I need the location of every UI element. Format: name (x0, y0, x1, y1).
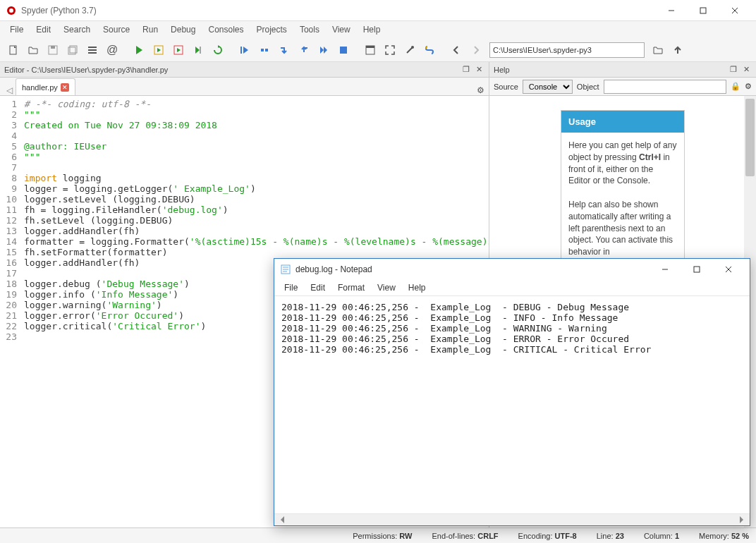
notepad-menu-edit[interactable]: Edit (305, 281, 331, 294)
editor-tabbar: ◁ handler.py ✕ ⚙ (0, 78, 489, 96)
tab-scroll-left-icon[interactable]: ◁ (3, 85, 16, 95)
menu-consoles[interactable]: Consoles (202, 23, 249, 37)
tab-close-icon[interactable]: ✕ (61, 83, 69, 92)
notepad-text-area[interactable]: 2018-11-29 00:46:25,256 - Example_Log - … (274, 295, 750, 513)
notepad-minimize-button[interactable] (649, 260, 681, 279)
file-tab[interactable]: handler.py ✕ (16, 78, 75, 95)
line-gutter: 1 2 3 4 5 6 7 8 9 10 11 12 13 14 15 16 1… (0, 96, 21, 527)
run-selection-icon[interactable] (189, 41, 207, 59)
run-cell-icon[interactable] (150, 41, 168, 59)
notepad-maximize-button[interactable] (681, 260, 712, 279)
parent-dir-icon[interactable] (669, 41, 687, 59)
help-toolbar: Source Console Object 🔒 ⚙ (489, 78, 756, 96)
usage-text: Here you can get help of any object by p… (561, 133, 684, 265)
menu-search[interactable]: Search (58, 23, 96, 37)
help-undock-icon[interactable]: ❐ (728, 64, 739, 75)
svg-rect-8 (51, 46, 55, 49)
menu-file[interactable]: File (4, 23, 29, 37)
status-encoding: Encoding: UTF-8 (518, 532, 577, 540)
notepad-close-button[interactable] (712, 260, 744, 279)
save-all-icon[interactable] (63, 41, 82, 59)
forward-icon[interactable] (467, 41, 485, 59)
toolbar: @ (0, 38, 756, 62)
maxpane-icon[interactable] (361, 41, 379, 59)
working-dir-input[interactable] (489, 42, 645, 58)
usage-card: Usage Here you can get help of any objec… (561, 110, 685, 266)
notepad-titlebar: debug.log - Notepad (274, 259, 750, 280)
spyder-icon (6, 5, 17, 16)
help-close-icon[interactable]: ✕ (740, 64, 752, 75)
menu-tools[interactable]: Tools (294, 23, 325, 37)
menubar: FileEditSearchSourceRunDebugConsolesProj… (0, 21, 756, 38)
status-memory: Memory: 52 % (699, 532, 749, 540)
menu-edit[interactable]: Edit (30, 23, 56, 37)
menu-projects[interactable]: Projects (251, 23, 293, 37)
status-eol: End-of-lines: CRLF (432, 532, 498, 540)
open-file-icon[interactable] (24, 41, 42, 59)
back-icon[interactable] (447, 41, 465, 59)
debug-icon[interactable] (236, 41, 254, 59)
new-file-icon[interactable] (4, 41, 23, 59)
rerun-icon[interactable] (209, 41, 227, 59)
fullscreen-icon[interactable] (381, 41, 399, 59)
maximize-button[interactable] (687, 1, 719, 20)
svg-point-1 (9, 8, 13, 13)
menu-help[interactable]: Help (358, 23, 386, 37)
stop-icon[interactable] (334, 41, 353, 59)
menu-source[interactable]: Source (97, 23, 135, 37)
menu-view[interactable]: View (327, 23, 356, 37)
window-title: Spyder (Python 3.7) (21, 6, 655, 16)
file-tab-label: handler.py (22, 83, 58, 92)
help-pane-header: Help ❐ ✕ (489, 62, 756, 78)
run-icon[interactable] (130, 41, 148, 59)
menu-debug[interactable]: Debug (165, 23, 201, 37)
usage-title: Usage (561, 111, 684, 133)
browse-dir-icon[interactable] (649, 41, 667, 59)
help-object-input[interactable] (604, 80, 726, 94)
pythonpath-icon[interactable] (420, 41, 439, 59)
svg-rect-3 (700, 8, 706, 13)
statusbar: Permissions: RW End-of-lines: CRLF Encod… (0, 527, 756, 543)
continue-icon[interactable] (315, 41, 333, 59)
save-icon[interactable] (44, 41, 62, 59)
svg-rect-22 (366, 46, 374, 48)
close-pane-icon[interactable]: ✕ (473, 64, 484, 75)
notepad-menu-file[interactable]: File (279, 281, 303, 294)
notepad-menu-format[interactable]: Format (332, 281, 370, 294)
step-out-icon[interactable] (295, 41, 313, 59)
svg-point-23 (411, 46, 414, 49)
run-cell-advance-icon[interactable] (169, 41, 188, 59)
spyder-titlebar: Spyder (Python 3.7) (0, 0, 756, 21)
status-line: Line: 23 (597, 532, 624, 540)
svg-rect-18 (261, 49, 264, 51)
help-source-label: Source (494, 83, 518, 91)
step-over-icon[interactable] (255, 41, 274, 59)
svg-rect-20 (340, 47, 347, 54)
notepad-icon (280, 264, 291, 275)
help-header-label: Help (494, 66, 510, 74)
svg-rect-29 (694, 267, 700, 272)
notepad-menubar: FileEditFormatViewHelp (274, 280, 750, 295)
status-column: Column: 1 (644, 532, 679, 540)
notepad-scrollbar-horizontal[interactable] (274, 513, 750, 525)
help-object-label: Object (577, 83, 599, 91)
close-button[interactable] (719, 1, 750, 20)
tab-options-icon[interactable]: ⚙ (477, 85, 484, 95)
status-permissions: Permissions: RW (353, 532, 412, 540)
help-source-select[interactable]: Console (523, 80, 573, 94)
minimize-button[interactable] (655, 1, 687, 20)
notepad-menu-help[interactable]: Help (403, 281, 432, 294)
menu-run[interactable]: Run (137, 23, 164, 37)
editor-header-label: Editor - C:\Users\IEUser\.spyder-py3\han… (4, 66, 168, 74)
help-gear-icon[interactable]: ⚙ (745, 82, 752, 91)
outline-icon[interactable] (83, 41, 102, 59)
notepad-menu-view[interactable]: View (372, 281, 401, 294)
preferences-icon[interactable] (401, 41, 419, 59)
step-into-icon[interactable] (275, 41, 293, 59)
svg-rect-19 (265, 49, 268, 51)
at-icon[interactable]: @ (103, 41, 121, 59)
notepad-window: debug.log - Notepad FileEditFormatViewHe… (274, 258, 750, 526)
undock-icon[interactable]: ❐ (461, 64, 472, 75)
lock-icon[interactable]: 🔒 (731, 82, 740, 91)
notepad-title: debug.log - Notepad (295, 264, 649, 274)
